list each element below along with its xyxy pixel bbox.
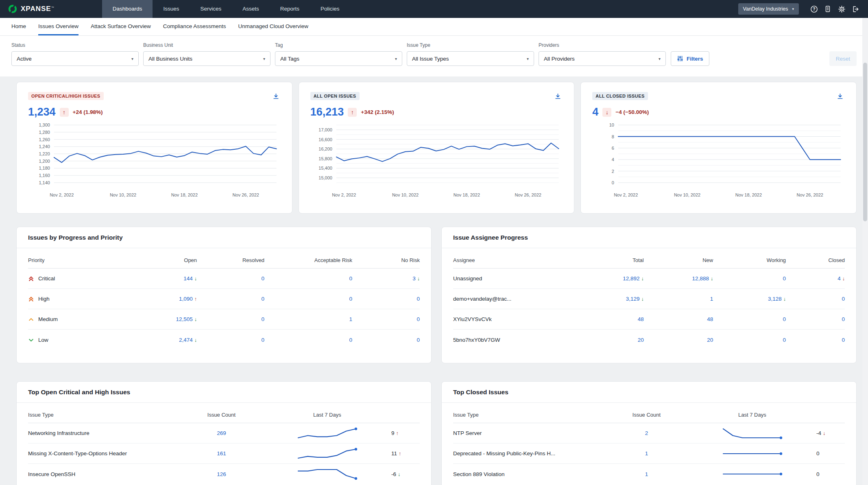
count-link[interactable]: 0 [417, 296, 420, 302]
count-link[interactable]: 1 [349, 316, 352, 322]
logout-icon-button[interactable] [848, 2, 862, 16]
status-select[interactable]: Active▾ [11, 51, 139, 66]
count-link[interactable]: 1 [710, 296, 713, 302]
account-switcher-button[interactable]: VanDelay Industries ▾ [738, 3, 799, 15]
count-link[interactable]: 4 [837, 275, 841, 282]
count-link[interactable]: 0 [262, 275, 265, 282]
count-link[interactable]: 20 [707, 337, 713, 343]
svg-text:1,260: 1,260 [39, 137, 50, 142]
count-link[interactable]: 1 [645, 471, 648, 477]
count-link[interactable]: 0 [783, 316, 786, 322]
count-link[interactable]: 0 [262, 337, 265, 343]
tab-compliance-assessments[interactable]: Compliance Assessments [163, 18, 226, 35]
table-row-insecure-openssh: Insecure OpenSSH126-6↓ [28, 464, 420, 484]
reset-button[interactable]: Reset [829, 51, 857, 66]
count-link[interactable]: 3,129 [626, 296, 640, 302]
selected-value: All Providers [544, 56, 575, 62]
count-link[interactable]: 161 [217, 450, 226, 457]
progress-table-header: PriorityOpenResolvedAcceptable RiskNo Ri… [28, 250, 420, 269]
kpi-card-row: OPEN CRITICAL/HIGH ISSUES1,234↑+24 (1.98… [16, 82, 857, 214]
count-link[interactable]: 1,090 [179, 296, 193, 302]
kpi-card-open-critical-high-issues: OPEN CRITICAL/HIGH ISSUES1,234↑+24 (1.98… [16, 82, 292, 214]
card-title: Top Open Critical and High Issues [17, 382, 431, 403]
count-link[interactable]: 0 [783, 337, 786, 343]
nav-item-policies[interactable]: Policies [310, 0, 350, 18]
count-link[interactable]: 2,474 [179, 337, 193, 343]
nav-item-issues[interactable]: Issues [153, 0, 190, 18]
page-scrollbar-thumb[interactable] [863, 63, 867, 221]
count-link[interactable]: 0 [842, 296, 845, 302]
issue-type-select[interactable]: All Issue Types▾ [407, 51, 534, 66]
tab-home[interactable]: Home [11, 18, 26, 35]
filters-button-label: Filters [687, 56, 703, 62]
count-link[interactable]: 0 [417, 337, 420, 343]
last-7-days-sparkline [722, 448, 783, 460]
priority-label: Critical [38, 275, 55, 282]
count-link[interactable]: 12,505 [176, 316, 193, 322]
last-7-days-sparkline [722, 468, 783, 480]
filter-label: Tag [275, 42, 402, 48]
nav-item-reports[interactable]: Reports [270, 0, 310, 18]
download-chart-button[interactable] [553, 92, 563, 103]
kpi-card-all-closed-issues: ALL CLOSED ISSUES4↓−4 (−50.00%)1086420No… [580, 82, 857, 214]
settings-icon-button[interactable] [835, 2, 848, 16]
filters-button[interactable]: Filters [671, 51, 709, 66]
assignee-name: XYiu2VYSvCVk [453, 316, 564, 322]
filter-field-providers: ProvidersAll Providers▾ [539, 42, 666, 66]
count-link[interactable]: 1 [645, 450, 648, 457]
column-header-closed: Closed [786, 257, 845, 263]
count-link[interactable]: 269 [217, 430, 226, 436]
svg-text:1,180: 1,180 [39, 166, 50, 170]
download-chart-button[interactable] [271, 92, 281, 103]
help-icon-button[interactable]: ? [807, 2, 821, 16]
nav-item-services[interactable]: Services [190, 0, 232, 18]
tab-attack-surface-overview[interactable]: Attack Surface Overview [91, 18, 151, 35]
svg-text:?: ? [813, 7, 815, 11]
up-arrow-icon: ↑ [399, 451, 401, 457]
column-header-total: Total [564, 257, 644, 263]
tab-issues-overview[interactable]: Issues Overview [38, 18, 79, 35]
count-link[interactable]: 12,888 [692, 275, 709, 282]
count-link[interactable]: 48 [638, 316, 644, 322]
count-link[interactable]: 0 [349, 337, 352, 343]
count-link[interactable]: 0 [783, 275, 786, 282]
sliders-icon [677, 55, 683, 62]
count-link[interactable]: 0 [262, 296, 265, 302]
low-priority-icon [28, 337, 34, 343]
count-link[interactable]: 3,128 [768, 296, 782, 302]
count-link[interactable]: 48 [707, 316, 713, 322]
count-link[interactable]: 12,892 [623, 275, 639, 282]
last-7-days-sparkline [297, 427, 358, 439]
column-header-issue-type: Issue Type [28, 412, 180, 418]
count-link[interactable]: 0 [842, 337, 845, 343]
progress-table-body: Critical144↓003↓High1,090↑000Medium12,50… [28, 269, 420, 350]
download-icon [272, 93, 280, 100]
count-link[interactable]: 126 [217, 471, 226, 477]
last-7-days-sparkline [297, 448, 358, 460]
tag-select[interactable]: All Tags▾ [275, 51, 402, 66]
issues-by-progress-card: Issues by Progress and Priority Priority… [16, 227, 432, 363]
business-unit-select[interactable]: All Business Units▾ [143, 51, 270, 66]
count-link[interactable]: 0 [349, 275, 352, 282]
nav-item-assets[interactable]: Assets [232, 0, 270, 18]
count-link[interactable]: 0 [417, 316, 420, 322]
count-link[interactable]: 3 [412, 275, 416, 282]
filter-fields: StatusActive▾Business UnitAll Business U… [11, 42, 666, 66]
tab-unmanaged-cloud-overview[interactable]: Unmanaged Cloud Overview [238, 18, 308, 35]
issue-assignee-progress-card: Issue Assignee Progress AssigneeTotalNew… [441, 227, 857, 363]
count-link[interactable]: 20 [638, 337, 644, 343]
down-arrow-icon: ↓ [398, 472, 400, 477]
providers-select[interactable]: All Providers▾ [539, 51, 666, 66]
svg-text:Nov 10, 2022: Nov 10, 2022 [392, 192, 419, 197]
svg-text:4: 4 [612, 157, 614, 162]
download-chart-button[interactable] [835, 92, 845, 103]
count-link[interactable]: 0 [262, 316, 265, 322]
count-link[interactable]: 144 [183, 275, 193, 282]
svg-text:1,220: 1,220 [39, 151, 50, 156]
count-link[interactable]: 2 [645, 430, 648, 436]
svg-text:1,140: 1,140 [39, 180, 50, 185]
release-notes-icon-button[interactable] [821, 2, 835, 16]
count-link[interactable]: 0 [842, 316, 845, 322]
nav-item-dashboards[interactable]: Dashboards [102, 0, 153, 18]
count-link[interactable]: 0 [349, 296, 352, 302]
